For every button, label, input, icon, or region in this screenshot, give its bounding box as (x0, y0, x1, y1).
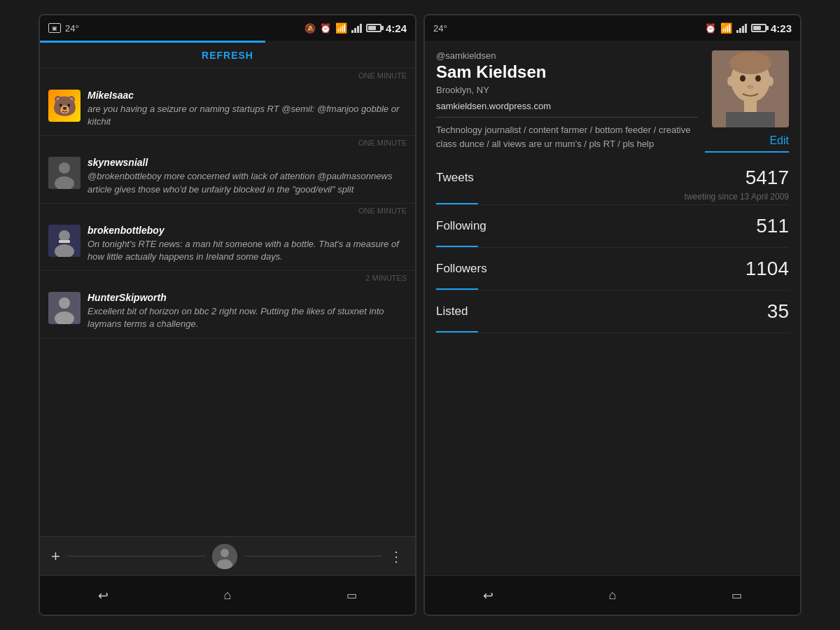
left-nav-bar: ↩ ⌂ ▭ (40, 575, 415, 615)
profile-screen: @samkieldsen Sam Kieldsen Brooklyn, NY s… (425, 41, 800, 615)
back-nav-button[interactable]: ↩ (98, 588, 108, 603)
svg-point-11 (220, 549, 229, 557)
right-battery-icon (751, 24, 766, 32)
tweets-since: tweeting since 13 April 2009 (436, 192, 789, 204)
tweets-label: Tweets (436, 171, 474, 185)
right-phone: 24° ⏰ 📶 4:23 @ (424, 14, 802, 616)
avatar-hunter (48, 292, 80, 324)
add-button[interactable]: + (51, 547, 60, 566)
tweet-text-3: On tonight's RTE news: a man hit someone… (88, 238, 407, 263)
tweet-body-2: skynewsniall @brokenbottleboy more conce… (88, 157, 407, 195)
refresh-button[interactable]: REFRESH (40, 43, 415, 69)
left-status-bar: ▣ 24° 🔕 ⏰ 📶 4:24 (40, 15, 415, 41)
toolbar-avatar[interactable] (212, 544, 237, 569)
more-options-button[interactable]: ⋮ (389, 548, 404, 565)
mute-icon: 🔕 (304, 23, 316, 34)
tweet-body-1: MikeIsaac are you having a seizure or na… (88, 90, 407, 128)
right-status-left: 24° (433, 23, 447, 34)
recent-apps-button[interactable]: ▭ (346, 589, 357, 602)
avatar-emoji-1: 🐻 (52, 94, 77, 118)
tweet-username-2: skynewsniall (88, 157, 407, 168)
stats-container: Tweets 5417 tweeting since 13 April 2009… (425, 160, 800, 575)
left-phone: ▣ 24° 🔕 ⏰ 📶 4:24 (38, 14, 416, 616)
svg-rect-6 (59, 240, 70, 243)
following-stat-row[interactable]: Following 511 (436, 205, 789, 248)
time-divider-4: 2 MINUTES (40, 271, 415, 285)
temperature: 24° (65, 23, 79, 34)
tweet-feed[interactable]: REFRESH ONE MINUTE 🐻 MikeIsaac are you h… (40, 41, 415, 536)
tweets-stat-block[interactable]: Tweets 5417 tweeting since 13 April 2009 (436, 160, 789, 205)
right-recent-apps-button[interactable]: ▭ (732, 589, 742, 602)
right-wifi-icon: 📶 (720, 22, 732, 34)
listed-label: Listed (436, 304, 468, 318)
tweet-username-3: brokenbottleboy (88, 225, 407, 236)
tweet-body-3: brokenbottleboy On tonight's RTE news: a… (88, 225, 407, 263)
avatar-brokenbottleboy (48, 225, 80, 257)
profile-name: Sam Kieldsen (436, 62, 698, 82)
right-alarm-icon: ⏰ (705, 23, 716, 34)
tweet-text-2: @brokenbottleboy more concerned with lac… (88, 170, 407, 195)
right-back-nav-button[interactable]: ↩ (483, 588, 493, 603)
profile-location: Brooklyn, NY (436, 85, 698, 95)
tweet-item-4[interactable]: HunterSkipworth Excellent bit of horizon… (40, 285, 415, 338)
signal-icon (351, 23, 362, 33)
profile-header: @samkieldsen Sam Kieldsen Brooklyn, NY s… (425, 41, 800, 160)
avatar-mikelsaac: 🐻 (48, 90, 80, 122)
right-signal-icon (736, 23, 747, 33)
left-bottom-toolbar: + ⋮ (40, 536, 415, 575)
skynews-avatar-svg (48, 157, 80, 189)
tweet-item-1[interactable]: 🐻 MikeIsaac are you having a seizure or … (40, 83, 415, 136)
tweet-feed-screen: REFRESH ONE MINUTE 🐻 MikeIsaac are you h… (40, 41, 415, 615)
toolbar-divider-right (244, 556, 382, 556)
right-status-right: ⏰ 📶 4:23 (705, 22, 792, 34)
status-left: ▣ 24° (48, 23, 79, 34)
tweet-item-3[interactable]: brokenbottleboy On tonight's RTE news: a… (40, 218, 415, 271)
toolbar-divider-left (67, 556, 205, 556)
listed-stat-row[interactable]: Listed 35 (436, 290, 789, 333)
svg-point-8 (59, 298, 70, 309)
svg-rect-20 (726, 112, 775, 127)
right-temperature: 24° (433, 23, 447, 34)
svg-point-17 (755, 76, 761, 82)
profile-info: @samkieldsen Sam Kieldsen Brooklyn, NY s… (436, 50, 705, 153)
time-divider-3: ONE MINUTE (40, 204, 415, 218)
tweets-value: 5417 (746, 167, 789, 189)
followers-value: 1104 (746, 258, 789, 280)
tweets-row: Tweets 5417 (436, 167, 789, 189)
svg-point-15 (729, 52, 771, 74)
right-home-nav-button[interactable]: ⌂ (609, 588, 617, 603)
svg-point-1 (59, 162, 70, 174)
tweet-username-4: HunterSkipworth (88, 292, 407, 303)
right-status-bar: 24° ⏰ 📶 4:23 (425, 15, 800, 41)
alarm-icon: ⏰ (320, 23, 331, 34)
profile-website[interactable]: samkieldsen.wordpress.com (436, 101, 698, 118)
profile-handle: @samkieldsen (436, 50, 698, 61)
wifi-icon: 📶 (335, 22, 347, 34)
profile-photo-container: Edit (705, 50, 789, 153)
svg-point-18 (747, 85, 754, 89)
image-icon: ▣ (48, 23, 61, 33)
profile-bio: Technology journalist / content farmer /… (436, 123, 698, 150)
svg-point-22 (766, 76, 774, 86)
svg-point-16 (740, 76, 746, 82)
tweet-body-4: HunterSkipworth Excellent bit of horizon… (88, 292, 407, 330)
edit-profile-button[interactable]: Edit (705, 132, 789, 150)
left-time: 4:24 (386, 22, 407, 34)
profile-photo (712, 50, 789, 127)
broken-avatar-svg (48, 225, 80, 257)
status-right: 🔕 ⏰ 📶 4:24 (304, 22, 407, 34)
home-nav-button[interactable]: ⌂ (224, 588, 232, 603)
battery-icon (366, 24, 382, 32)
tweet-text-4: Excellent bit of horizon on bbc 2 right … (88, 305, 407, 330)
tweet-text-1: are you having a seizure or naming start… (88, 103, 407, 128)
edit-underline (705, 151, 789, 153)
svg-point-21 (727, 76, 734, 86)
tweet-item-2[interactable]: skynewsniall @brokenbottleboy more conce… (40, 150, 415, 203)
time-divider-1: ONE MINUTE (40, 69, 415, 83)
svg-point-4 (59, 230, 70, 241)
followers-label: Followers (436, 262, 487, 276)
right-nav-bar: ↩ ⌂ ▭ (425, 575, 800, 615)
following-label: Following (436, 219, 486, 233)
followers-stat-row[interactable]: Followers 1104 (436, 248, 789, 290)
tweet-username-1: MikeIsaac (88, 90, 407, 101)
